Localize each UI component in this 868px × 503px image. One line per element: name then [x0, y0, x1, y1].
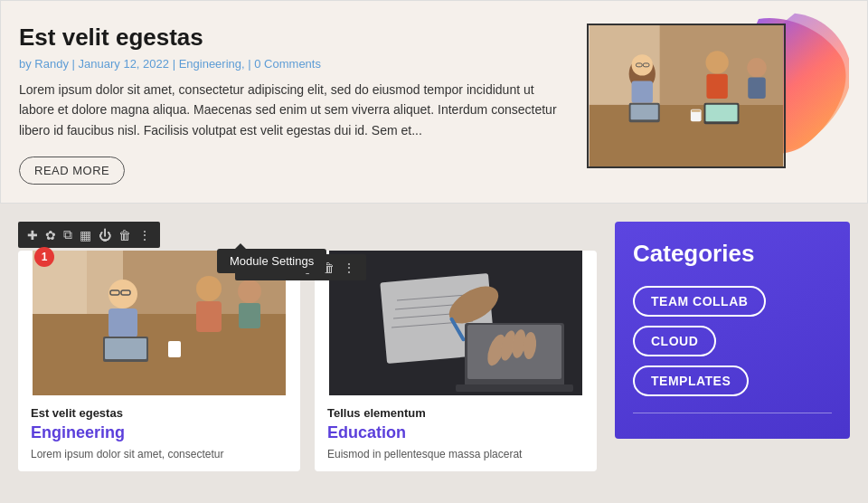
card-2-content: Tellus elementum Education Euismod in pe…: [315, 395, 597, 471]
svg-rect-28: [105, 338, 146, 359]
card-1-category: Engineering: [31, 423, 288, 442]
top-post-meta: by Randy | January 12, 2022 | Engineerin…: [19, 57, 569, 71]
svg-point-23: [108, 280, 137, 308]
card-1-subtitle: Est velit egestas: [31, 406, 288, 420]
post-author: by Randy: [19, 57, 69, 71]
toolbar-power-icon[interactable]: ⏻: [97, 226, 113, 244]
svg-rect-14: [692, 110, 701, 112]
card-1-content: Est velit egestas Engineering Lorem ipsu…: [18, 395, 300, 471]
read-more-button[interactable]: READ MORE: [19, 157, 125, 185]
category-tag-templates[interactable]: TEMPLATES: [633, 365, 749, 396]
card-1-body: Lorem ipsum dolor sit amet, consectetur: [31, 446, 288, 462]
notification-badge: 1: [34, 247, 54, 267]
svg-rect-18: [748, 78, 766, 99]
svg-rect-31: [168, 341, 181, 357]
toolbar-copy-icon[interactable]: ⧉: [61, 225, 74, 244]
module-settings-tooltip: Module Settings: [217, 249, 326, 273]
svg-point-32: [238, 280, 261, 303]
sidebar: Categories TEAM COLLAB CLOUD TEMPLATES: [615, 222, 850, 439]
svg-rect-10: [631, 105, 658, 120]
card-2-body: Euismod in pellentesque massa placerat: [327, 446, 584, 462]
separator-2: |: [173, 57, 179, 71]
blog-card-2: Tellus elementum Education Euismod in pe…: [315, 251, 597, 471]
svg-rect-1: [590, 105, 784, 166]
office-image-svg: [589, 25, 784, 166]
post-category: Engineering,: [179, 57, 245, 71]
svg-rect-50: [329, 251, 582, 395]
svg-rect-16: [705, 105, 737, 122]
top-post-title: Est velit egestas: [19, 24, 569, 52]
card-2-subtitle: Tellus elementum: [327, 406, 584, 420]
toolbar-delete-icon[interactable]: 🗑: [117, 226, 133, 244]
toolbar-grid-icon[interactable]: ▦: [78, 226, 93, 244]
category-tag-team-collab[interactable]: TEAM COLLAB: [633, 286, 766, 317]
card-2-category: Education: [327, 423, 584, 442]
category-tag-cloud[interactable]: CLOUD: [633, 326, 716, 356]
svg-point-17: [747, 58, 766, 77]
cards-wrapper: Est velit egestas Engineering Lorem ipsu…: [18, 251, 597, 471]
top-post-image-container: [587, 19, 840, 168]
categories-title: Categories: [633, 240, 832, 268]
top-blog-section: Est velit egestas by Randy | January 12,…: [0, 0, 868, 204]
toolbar-settings-icon[interactable]: ✿: [43, 226, 58, 244]
categories-box: Categories TEAM COLLAB CLOUD TEMPLATES: [615, 222, 850, 439]
svg-point-11: [705, 51, 728, 73]
toolbar-add-icon[interactable]: ✚: [25, 226, 40, 244]
svg-rect-26: [108, 308, 137, 337]
toolbar-more-icon[interactable]: ⋮: [137, 226, 153, 244]
bottom-section: ✚ ✿ ⧉ ▦ ⏻ 🗑 ⋮ 1 Module Settings ✚ ✿ ⧉ ⏻ …: [0, 204, 868, 489]
svg-rect-33: [239, 303, 260, 328]
svg-point-29: [196, 276, 222, 301]
module-toolbar[interactable]: ✚ ✿ ⧉ ▦ ⏻ 🗑 ⋮: [18, 222, 160, 248]
svg-rect-30: [196, 301, 222, 332]
top-post-content: Est velit egestas by Randy | January 12,…: [19, 19, 569, 185]
cards-area: ✚ ✿ ⧉ ▦ ⏻ 🗑 ⋮ 1 Module Settings ✚ ✿ ⧉ ⏻ …: [18, 222, 597, 471]
card-toolbar-more-icon[interactable]: ⋮: [341, 259, 357, 277]
svg-rect-8: [632, 81, 653, 102]
post-date: January 12, 2022: [79, 57, 169, 71]
top-post-body: Lorem ipsum dolor sit amet, consectetur …: [19, 80, 569, 140]
svg-rect-12: [706, 74, 727, 99]
blog-card-1: Est velit egestas Engineering Lorem ipsu…: [18, 251, 300, 471]
post-comments: 0 Comments: [254, 57, 321, 71]
top-post-image: [587, 24, 786, 168]
separator-1: |: [72, 57, 79, 71]
categories-divider: [633, 413, 832, 413]
